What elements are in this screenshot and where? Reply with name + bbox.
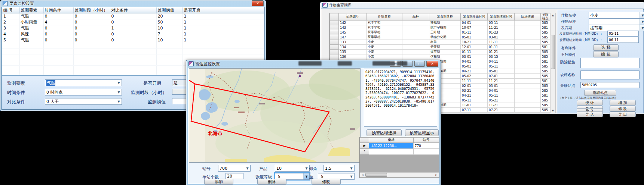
table-row[interactable]: 5气温000101 bbox=[2, 37, 264, 43]
table-cell[interactable]: 拔节孕穗期 bbox=[429, 25, 461, 30]
table-cell[interactable]: 孕穗期 bbox=[429, 54, 461, 59]
scroll-up-icon[interactable]: ▲ bbox=[551, 13, 555, 18]
table-cell[interactable] bbox=[183, 54, 264, 60]
column-header[interactable]: 作物名称 bbox=[367, 13, 402, 21]
column-header[interactable]: 品种 bbox=[402, 13, 429, 21]
table-cell[interactable]: 11-11 bbox=[488, 40, 515, 44]
table-cell[interactable]: 1 bbox=[183, 13, 264, 19]
warning-area-select-button[interactable]: 预警区域选择 bbox=[367, 129, 402, 136]
table-cell[interactable] bbox=[19, 54, 43, 60]
table-cell[interactable] bbox=[515, 88, 541, 93]
table-cell[interactable]: 0 bbox=[43, 13, 73, 19]
close-button[interactable]: ✕ bbox=[252, 0, 264, 6]
table-cell[interactable]: 11-01 bbox=[461, 103, 488, 107]
table-cell[interactable]: 03-01 bbox=[488, 83, 515, 88]
table-cell[interactable]: 581 bbox=[541, 44, 550, 49]
table-cell[interactable] bbox=[402, 30, 429, 35]
table-cell[interactable]: 147 bbox=[339, 35, 367, 40]
table-cell[interactable]: 01-11 bbox=[461, 30, 488, 35]
chevron-down-icon[interactable]: ▼ bbox=[303, 173, 309, 179]
table-cell[interactable] bbox=[19, 49, 43, 54]
table-cell[interactable] bbox=[515, 93, 541, 98]
maximize-button[interactable]: ▢ bbox=[414, 61, 425, 67]
table-cell[interactable]: 小麦 bbox=[367, 49, 402, 54]
table-cell[interactable] bbox=[402, 44, 429, 49]
table-cell[interactable]: 135 bbox=[339, 49, 367, 54]
table-cell[interactable]: 10 bbox=[156, 25, 183, 31]
table-cell[interactable]: 585 bbox=[541, 83, 550, 88]
chevron-down-icon[interactable]: ▼ bbox=[349, 173, 354, 179]
time-condition-combobox[interactable]: 0 时间点 ▼ bbox=[45, 89, 122, 95]
column-header[interactable]: 对比条件 bbox=[110, 7, 156, 13]
table-cell[interactable]: 3 bbox=[2, 25, 19, 31]
column-header[interactable]: 监测时段（小时） bbox=[73, 7, 110, 13]
scrollbar-thumb[interactable] bbox=[365, 173, 387, 177]
column-header[interactable]: 时间条件 bbox=[43, 7, 73, 13]
table-cell[interactable]: 07-01 bbox=[488, 73, 515, 78]
table-cell[interactable] bbox=[19, 60, 43, 66]
table-cell[interactable]: 585 bbox=[541, 69, 550, 73]
table-row[interactable]: 143双季早稻 拔节孕穗期10-0711-21 581 bbox=[330, 25, 550, 30]
table-row[interactable]: 135小麦 拔节期01-1101-21 585 bbox=[330, 49, 550, 54]
variety-combobox[interactable]: ▼ bbox=[589, 18, 644, 25]
import-button[interactable]: 导 入 bbox=[577, 112, 603, 117]
table-cell[interactable]: 581 bbox=[541, 59, 550, 64]
table-cell[interactable] bbox=[402, 49, 429, 54]
column-header[interactable]: 编 号 bbox=[2, 7, 19, 13]
table-cell[interactable] bbox=[2, 43, 19, 49]
table-row[interactable] bbox=[2, 49, 264, 54]
table-cell[interactable]: 0 bbox=[73, 13, 110, 19]
table-cell[interactable]: 1 bbox=[183, 37, 264, 43]
table-cell[interactable]: 气温 bbox=[19, 37, 43, 43]
element-monitor-titlebar[interactable]: 要素监控设置 ✕ bbox=[0, 0, 266, 6]
table-cell[interactable] bbox=[156, 43, 183, 49]
table-cell[interactable] bbox=[156, 60, 183, 66]
table-cell[interactable]: 50 bbox=[156, 19, 183, 25]
table-cell[interactable]: 01-11 bbox=[488, 44, 515, 49]
table-cell[interactable]: 幼穗分化期 bbox=[429, 35, 461, 40]
table-cell[interactable]: 585 bbox=[541, 98, 550, 103]
chevron-down-icon[interactable]: ▼ bbox=[116, 89, 122, 95]
compare-condition-combobox[interactable]: 0-大于 ▼ bbox=[45, 98, 122, 105]
table-cell[interactable]: 585 bbox=[541, 20, 550, 25]
table-cell[interactable]: 585 bbox=[541, 35, 550, 40]
table-cell[interactable]: 移栽期 bbox=[429, 20, 461, 25]
scroll-right-icon[interactable]: ► bbox=[434, 173, 439, 177]
table-cell[interactable]: 小麦 bbox=[367, 44, 402, 49]
table-cell[interactable]: 04-21 bbox=[461, 93, 488, 98]
table-cell[interactable]: 0 bbox=[43, 37, 73, 43]
table-cell[interactable] bbox=[2, 49, 19, 54]
table-cell[interactable]: 4 bbox=[43, 19, 73, 25]
table-cell[interactable] bbox=[43, 49, 73, 54]
table-cell[interactable] bbox=[515, 40, 541, 44]
table-cell[interactable]: 585 bbox=[541, 88, 550, 93]
modify-button[interactable]: 修改 bbox=[312, 179, 341, 185]
table-cell[interactable]: 双季早稻 bbox=[367, 20, 402, 25]
stat-button[interactable]: 统 计 bbox=[577, 100, 603, 106]
table-cell[interactable]: 0 bbox=[43, 25, 73, 31]
table-row[interactable]: * bbox=[360, 149, 439, 155]
table-cell[interactable] bbox=[515, 107, 541, 112]
crop-db-titlebar[interactable]: 作物生育期库 bbox=[320, 2, 644, 8]
table-cell[interactable]: 02-01 bbox=[461, 83, 488, 88]
product-combobox[interactable]: 10 ▼ bbox=[275, 165, 310, 172]
table-cell[interactable]: 10 bbox=[156, 37, 183, 43]
table-cell[interactable] bbox=[19, 66, 43, 71]
table-cell[interactable]: 581 bbox=[541, 93, 550, 98]
table-cell[interactable]: 07-21 bbox=[488, 107, 515, 112]
table-cell[interactable] bbox=[515, 69, 541, 73]
table-cell[interactable]: 05-11 bbox=[461, 98, 488, 103]
table-cell[interactable]: 11-21 bbox=[488, 103, 515, 107]
polygon-coordinates-textbox[interactable]: 0491.0172034971, 909914.111175410, 63458… bbox=[364, 69, 437, 127]
table-cell[interactable]: 0 bbox=[73, 31, 110, 37]
table-cell[interactable]: 05-11 bbox=[488, 64, 515, 69]
delete-button[interactable]: 删除 bbox=[257, 179, 286, 185]
period-end-input[interactable] bbox=[607, 37, 639, 43]
table-cell[interactable]: 7 bbox=[156, 31, 183, 37]
table-cell[interactable]: 小麦 bbox=[367, 54, 402, 59]
table-cell[interactable]: 小麦 bbox=[367, 40, 402, 44]
adverse-edit-button[interactable]: 编 辑 bbox=[593, 51, 619, 57]
chevron-down-icon[interactable]: ▼ bbox=[116, 98, 122, 104]
table-cell[interactable] bbox=[515, 64, 541, 69]
crop-table-vscrollbar[interactable]: ▲ ▼ bbox=[550, 13, 556, 113]
